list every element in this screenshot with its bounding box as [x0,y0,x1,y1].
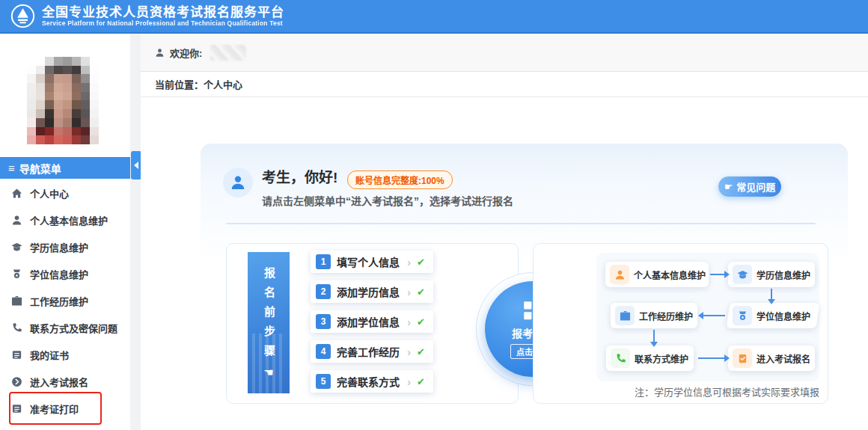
platform-subtitle: Service Platform for National Profession… [42,19,284,27]
app-header: 全国专业技术人员资格考试报名服务平台 Service Platform for … [0,0,868,34]
check-icon: ✔ [417,257,425,268]
step-label: 完善工作经历 [337,344,400,359]
platform-title: 全国专业技术人员资格考试报名服务平台 [42,5,284,19]
flow-node-label: 学位信息维护 [757,310,810,322]
clipboard-check-icon [733,348,752,368]
check-icon: ✔ [417,346,425,357]
print-ticket-icon [11,403,22,414]
flow-node-work-experience[interactable]: 工作经历维护 [611,303,697,328]
sidebar-item-label: 学历信息维护 [30,240,88,254]
account-completeness-badge: 账号信息完整度:100% [347,171,453,189]
cpta-emblem-icon [10,4,35,28]
flow-node-label: 联系方式维护 [635,352,688,365]
sidebar-item-personal-center[interactable]: 个人中心 [0,179,130,206]
flow-node-degree-info[interactable]: 学位信息维护 [727,303,820,328]
hamburger-icon: ≡ [8,162,15,174]
sidebar: ≡ 导航菜单 个人中心 个人基本信息维护 学历信息维护 学位信息维护 工作经历维… [0,34,130,430]
step-number: 4 [316,344,331,359]
steps-side-banner: 报名前步骤 ☚ [248,252,290,393]
breadcrumb: 当前位置：个人中心 [141,72,868,97]
sidebar-item-contact-security[interactable]: 联系方式及密保问题 [0,314,130,341]
welcome-label: 欢迎你: [170,46,202,60]
sidebar-item-label: 我的证书 [30,348,69,362]
phone-icon [11,322,22,334]
welcome-bar: 欢迎你: [141,34,868,72]
sidebar-item-label: 个人基本信息维护 [30,213,108,227]
step-number: 2 [316,284,331,299]
step-label: 添加学历信息 [337,284,400,299]
section-divider [226,223,816,224]
arrow-right-icon [710,274,725,275]
sidebar-item-enter-exam-registration[interactable]: 进入考试报名 [0,368,130,395]
sidebar-item-label: 工作经历维护 [30,294,88,308]
main-content: 考生，你好! 账号信息完整度:100% 请点击左侧菜单中“进入考试报名”，选择考… [141,97,868,430]
sidebar-item-my-certificates[interactable]: 我的证书 [0,341,130,368]
chevron-right-icon: › [407,375,411,388]
flow-node-label: 进入考试报名 [757,352,810,365]
flow-node-basic-info[interactable]: 个人基本信息维护 [605,262,709,287]
user-icon [230,174,246,191]
personal-center-card: 考生，你好! 账号信息完整度:100% 请点击左侧菜单中“进入考试报名”，选择考… [201,144,848,430]
pointing-hand-icon: ☛ [724,181,733,192]
check-icon: ✔ [417,286,425,298]
nav-menu-title: 导航菜单 [19,161,61,176]
user-icon [11,215,22,226]
step-number: 3 [316,314,331,329]
step-complete-contact-info[interactable]: 5 完善联系方式 › ✔ [311,370,433,393]
check-icon: ✔ [417,316,425,328]
graduation-cap-icon [11,242,22,253]
app-root: 全国专业技术人员资格考试报名服务平台 Service Platform for … [0,0,868,430]
flow-node-education-info[interactable]: 学历信息维护 [728,262,815,287]
sidebar-item-degree-info[interactable]: 学位信息维护 [0,260,130,287]
pre-registration-steps-panel: 报名前步骤 ☚ 1 填写个人信息 › ✔ 2 添加学历信息 › ✔ 3 [226,243,519,404]
pointing-hand-icon: ☚ [263,366,273,379]
sidebar-item-label: 个人中心 [30,186,69,200]
flow-node-contact-info[interactable]: 联系方式维护 [606,345,694,371]
user-icon [155,48,165,58]
arrow-left-icon [703,315,725,316]
chevron-right-icon: › [407,286,411,298]
sidebar-gutter [130,34,141,430]
check-icon: ✔ [417,376,425,387]
certificate-icon [11,349,22,360]
avatar [223,168,253,197]
chevron-left-icon [134,162,138,169]
briefcase-icon [11,295,22,307]
sidebar-collapse-button[interactable] [131,151,141,179]
step-label: 填写个人信息 [337,254,400,269]
arrow-right-icon [698,357,725,359]
breadcrumb-text: 当前位置：个人中心 [155,77,242,91]
sidebar-item-admission-ticket-print[interactable]: 准考证打印 [0,395,130,422]
user-photo-blurred [27,57,99,144]
degree-medal-icon [733,306,752,325]
arrow-down-icon [771,289,772,300]
arrow-down-icon [653,330,655,343]
chevron-right-icon: › [407,316,411,328]
sidebar-item-education-info[interactable]: 学历信息维护 [0,233,130,260]
step-add-education-info[interactable]: 2 添加学历信息 › ✔ [311,280,433,303]
sidebar-item-label: 联系方式及密保问题 [30,321,117,335]
faq-button-label: 常见问题 [736,179,775,194]
sidebar-item-label: 准考证打印 [30,402,79,416]
sidebar-item-label: 学位信息维护 [30,267,88,281]
graduation-cap-icon [733,265,752,284]
step-label: 完善联系方式 [337,374,400,389]
greeting-subtitle: 请点击左侧菜单中“进入考试报名”，选择考试进行报名 [262,193,513,208]
briefcase-icon [615,306,635,325]
sidebar-item-work-experience[interactable]: 工作经历维护 [0,287,130,314]
step-add-degree-info[interactable]: 3 添加学位信息 › ✔ [311,310,433,333]
step-fill-personal-info[interactable]: 1 填写个人信息 › ✔ [311,251,433,273]
step-label: 添加学位信息 [337,314,400,329]
greeting-title: 考生，你好! [262,166,337,186]
nav-menu-header[interactable]: ≡ 导航菜单 [0,157,130,179]
sidebar-item-basic-info[interactable]: 个人基本信息维护 [0,206,130,233]
flow-note: 注：学历学位信息可根据考试实际要求填报 [534,384,819,399]
step-complete-work-experience[interactable]: 4 完善工作经历 › ✔ [311,340,433,363]
flow-node-label: 个人基本信息维护 [634,268,706,281]
chevron-right-icon: › [407,345,411,358]
step-number: 5 [316,374,331,389]
enter-arrow-icon [11,376,22,387]
faq-button[interactable]: ☛ 常见问题 [718,176,781,197]
chevron-right-icon: › [407,256,411,268]
flow-node-enter-exam-registration[interactable]: 进入考试报名 [728,345,815,371]
